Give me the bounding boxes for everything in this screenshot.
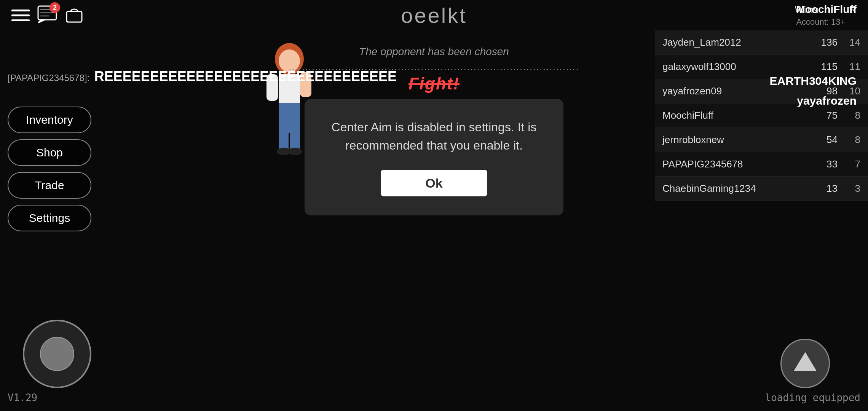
menu-btn-inventory[interactable]: Inventory: [8, 107, 91, 133]
leaderboard-row: PAPAPIG2345678 33 7: [655, 152, 868, 177]
version-text: V1.29: [8, 392, 37, 403]
lb-row-wins: 75: [799, 110, 838, 121]
lb-row-rank: 11: [838, 61, 860, 73]
lb-row-name: PAPAPIG2345678: [662, 158, 799, 170]
left-menu: InventoryShopTradeSettings: [8, 107, 91, 231]
dialog-box: Center Aim is disabled in settings. It i…: [305, 99, 563, 215]
svg-point-15: [288, 148, 302, 155]
lb-row-name: Jayden_Lam2012: [662, 37, 799, 48]
bag-svg: [65, 5, 84, 24]
lb-row-wins: 33: [799, 158, 838, 170]
menu-btn-settings[interactable]: Settings: [8, 205, 91, 231]
dotted-line: ........................................…: [289, 62, 579, 72]
chat-badge: 2: [49, 2, 60, 13]
action-button-wrap[interactable]: [780, 339, 830, 388]
loading-text: loading equipped: [765, 392, 860, 403]
leaderboard-row: jernrobloxnew 54 8: [655, 128, 868, 152]
top-right-profile: MoochiFluff Account: 13+: [796, 3, 857, 27]
lb-row-rank: 8: [838, 110, 860, 121]
lb-row-wins: 13: [799, 183, 838, 194]
action-button[interactable]: [780, 339, 830, 388]
account-text: Account: 13+: [796, 17, 845, 27]
top-bar: 2 oeelkt MoochiFluff Account: 13+: [0, 0, 868, 30]
hamburger-menu-icon[interactable]: [11, 10, 30, 21]
bag-icon[interactable]: [65, 5, 84, 25]
dialog-message: Center Aim is disabled in settings. It i…: [327, 118, 541, 155]
leaderboard-row: Jayden_Lam2012 136 14: [655, 30, 868, 55]
opponent-text: The opponent has been chosen: [289, 46, 579, 58]
floating-name-earth304king: EARTH304KING: [770, 75, 857, 88]
dialog-ok-button[interactable]: Ok: [381, 170, 487, 196]
leaderboard: Jayden_Lam2012 136 14 galaxywolf13000 11…: [655, 30, 868, 201]
lb-row-name: ChaebinGaming1234: [662, 183, 799, 194]
lb-row-rank: 7: [838, 158, 860, 170]
lb-row-name: MoochiFluff: [662, 110, 799, 121]
menu-btn-trade[interactable]: Trade: [8, 172, 91, 199]
lb-row-wins: 115: [799, 61, 838, 73]
lb-row-name: galaxywolf13000: [662, 61, 799, 73]
floating-name-yayafrozen: yayafrozen: [797, 94, 857, 107]
fight-text: Fight!: [289, 74, 579, 93]
joystick-inner[interactable]: [40, 337, 74, 371]
menu-btn-shop[interactable]: Shop: [8, 139, 91, 166]
fight-area: The opponent has been chosen ...........…: [289, 46, 579, 93]
chat-sender: [PAPAPIG2345678]:: [8, 73, 89, 83]
lb-row-wins: 136: [799, 37, 838, 48]
chat-icon-wrap[interactable]: 2: [37, 5, 57, 25]
joystick-outer[interactable]: [23, 320, 91, 388]
lb-row-rank: 8: [838, 134, 860, 146]
svg-rect-5: [67, 11, 82, 22]
lb-row-wins: 54: [799, 134, 838, 146]
username-text: MoochiFluff: [796, 3, 857, 16]
svg-rect-11: [279, 103, 300, 133]
svg-marker-16: [794, 352, 817, 371]
up-arrow-icon: [792, 350, 819, 377]
top-left-icons: 2: [11, 5, 84, 25]
lb-row-rank: 14: [838, 37, 860, 48]
lb-row-name: jernrobloxnew: [662, 134, 799, 146]
joystick[interactable]: [23, 320, 91, 388]
game-title: oeelkt: [401, 3, 467, 28]
leaderboard-row: ChaebinGaming1234 13 3: [655, 177, 868, 201]
lb-row-rank: 3: [838, 183, 860, 194]
